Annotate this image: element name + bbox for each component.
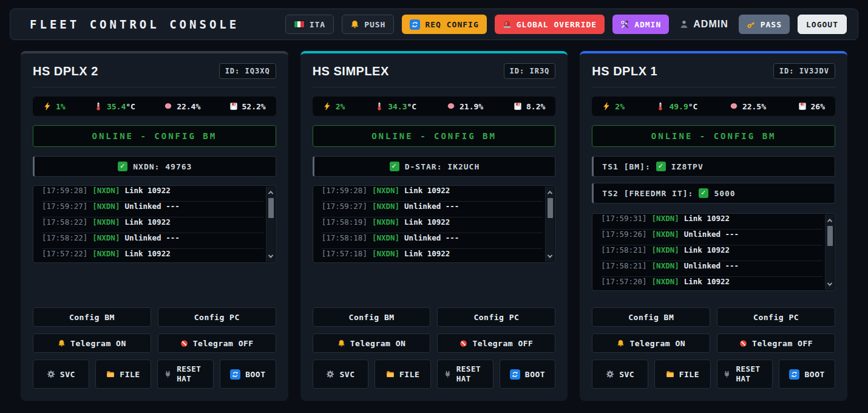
telegram-on-button[interactable]: Telegram ON	[313, 333, 431, 353]
scroll-up-button[interactable]	[266, 188, 275, 197]
ban-icon	[739, 340, 747, 347]
stats-bar: 2% 34.3°C 21.9% 8.2%	[313, 97, 556, 116]
status-banner: ONLINE - CONFIG BM	[33, 125, 276, 147]
log-row: [17:58:22][NXDN]Unlinked ---	[42, 233, 263, 249]
status-banner: ONLINE - CONFIG BM	[313, 125, 556, 147]
scroll-down-button[interactable]	[546, 251, 554, 261]
reset-hat-button[interactable]: RESET HAT	[157, 360, 214, 389]
boot-button[interactable]: BOOT	[500, 360, 556, 389]
config-bm-button[interactable]: Config BM	[313, 307, 431, 327]
refresh-icon	[410, 19, 420, 30]
scroll-thumb[interactable]	[548, 198, 553, 218]
device-card-hs-dplx-2: HS DPLX 2 ID: IQ3XQ 1% 35.4°C 22.4% 52.2…	[21, 51, 288, 401]
admin-tools-button[interactable]: ADMIN	[612, 15, 669, 34]
scroll-down-button[interactable]	[826, 279, 834, 288]
thermometer-icon	[94, 102, 103, 111]
card-grid: HS DPLX 2 ID: IQ3XQ 1% 35.4°C 22.4% 52.2…	[21, 51, 847, 401]
boot-button[interactable]: BOOT	[220, 360, 276, 389]
ban-icon	[459, 340, 467, 347]
key-icon	[747, 20, 756, 29]
config-bm-button[interactable]: Config BM	[592, 307, 710, 327]
global-override-button[interactable]: GLOBAL OVERRIDE	[495, 15, 605, 34]
config-pc-button[interactable]: Config PC	[437, 307, 555, 327]
device-id-badge: ID: IV3JDV	[773, 63, 835, 79]
telegram-on-button[interactable]: Telegram ON	[592, 333, 710, 353]
lightning-icon	[43, 102, 52, 111]
telegram-on-button[interactable]: Telegram ON	[33, 333, 151, 353]
scroll-up-button[interactable]	[546, 188, 554, 197]
file-button[interactable]: FILE	[375, 360, 431, 389]
pass-button[interactable]: PASS	[739, 15, 790, 34]
mode-value: IZ8TPV	[671, 162, 704, 171]
config-pc-button[interactable]: Config PC	[717, 307, 835, 327]
telegram-off-button[interactable]: Telegram OFF	[437, 333, 555, 353]
reset-hat-button[interactable]: RESET HAT	[717, 360, 773, 389]
plug-icon	[723, 370, 731, 378]
svc-button[interactable]: SVC	[592, 360, 648, 389]
telegram-off-button[interactable]: Telegram OFF	[158, 333, 276, 353]
status-banner: ONLINE - CONFIG BM	[592, 125, 835, 147]
card-title: HS SIMPLEX	[313, 64, 389, 78]
mode-row-ts1: TS1 [BM]: ✓ IZ8TPV	[592, 156, 835, 177]
logout-button[interactable]: LOGOUT	[798, 15, 847, 34]
req-config-button[interactable]: REQ CONFIG	[402, 15, 486, 34]
mode-value: NXDN: 49763	[133, 162, 192, 171]
scrollbar[interactable]	[266, 186, 275, 262]
mode-value: D-STAR: IK2UCH	[405, 162, 480, 171]
config-bm-button[interactable]: Config BM	[33, 307, 151, 327]
log-row: [17:58:18][NXDN]Unlinked ---	[322, 233, 543, 249]
gear-icon	[326, 370, 334, 378]
telegram-off-button[interactable]: Telegram OFF	[717, 333, 835, 353]
folder-icon	[106, 370, 115, 378]
bell-icon	[350, 20, 359, 29]
divider	[592, 87, 835, 87]
log-row: [17:59:28][NXDN]Link 10922	[42, 186, 263, 202]
file-button[interactable]: FILE	[95, 360, 152, 389]
brain-icon	[447, 102, 455, 111]
language-button[interactable]: ITA	[285, 15, 334, 34]
scrollbar[interactable]	[825, 214, 834, 290]
log-row: [17:59:28][NXDN]Link 10922	[322, 186, 543, 202]
brain-icon	[730, 102, 738, 111]
thermometer-icon	[375, 102, 384, 111]
app-title: FLEET CONTROL CONSOLE	[30, 18, 239, 31]
stats-bar: 1% 35.4°C 22.4% 52.2%	[33, 97, 276, 116]
user-label: ADMIN	[693, 19, 728, 30]
scroll-down-button[interactable]	[266, 251, 275, 261]
stat-cpu: 22.5%	[730, 102, 766, 111]
check-icon: ✓	[699, 188, 708, 198]
italy-flag-icon	[294, 21, 305, 28]
card-title: HS DPLX 1	[592, 64, 657, 78]
svc-button[interactable]: SVC	[313, 360, 369, 389]
bell-icon	[58, 340, 66, 347]
boot-button[interactable]: BOOT	[779, 360, 835, 389]
log-box: [17:59:31][NXDN]Link 10922 [17:59:26][NX…	[592, 213, 835, 291]
card-title: HS DPLX 2	[33, 64, 98, 78]
device-card-hs-simplex: HS SIMPLEX ID: IR3Q 2% 34.3°C 21.9% 8.2%…	[300, 51, 568, 401]
log-box: [17:59:28][NXDN]Link 10922 [17:59:27][NX…	[313, 185, 556, 263]
svc-button[interactable]: SVC	[33, 360, 89, 389]
mode-label: TS2 [FREEDMR IT]:	[602, 189, 693, 198]
config-pc-button[interactable]: Config PC	[158, 307, 276, 327]
mode-label: TS1 [BM]:	[602, 162, 650, 171]
scroll-thumb[interactable]	[268, 198, 274, 218]
stat-memory: 52.2%	[229, 102, 266, 111]
scrollbar[interactable]	[545, 186, 554, 262]
push-button[interactable]: PUSH	[342, 15, 394, 34]
reset-hat-button[interactable]: RESET HAT	[437, 360, 493, 389]
stat-cpu: 21.9%	[447, 102, 483, 111]
mode-row-ts2: TS2 [FREEDMR IT]: ✓ 5000	[592, 183, 835, 203]
refresh-icon	[230, 369, 240, 380]
stat-power: 1%	[43, 102, 66, 111]
user-badge: ADMIN	[677, 19, 730, 30]
log-row: [17:59:26][NXDN]Unlinked ---	[601, 230, 822, 245]
stat-memory: 8.2%	[514, 102, 545, 111]
lightning-icon	[323, 102, 331, 111]
log-row: [17:57:20][NXDN]Link 10922	[601, 277, 822, 291]
plug-icon	[444, 370, 452, 378]
floppy-disk-icon	[798, 102, 807, 111]
scroll-up-button[interactable]	[826, 216, 834, 225]
file-button[interactable]: FILE	[654, 360, 711, 389]
scroll-thumb[interactable]	[827, 226, 833, 246]
log-row: [17:59:27][NXDN]Unlinked ---	[42, 202, 263, 217]
